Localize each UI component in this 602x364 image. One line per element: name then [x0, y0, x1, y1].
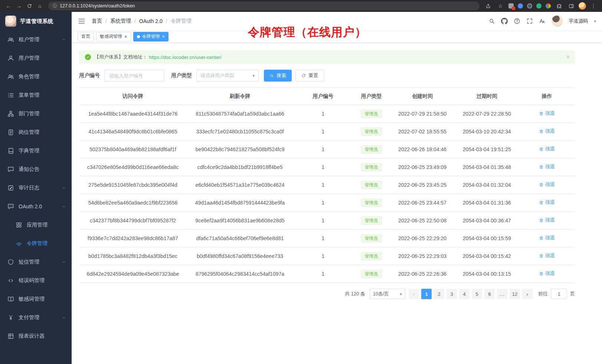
sidebar-item-user[interactable]: 用户管理: [0, 49, 72, 67]
action-cell: 强退: [519, 212, 575, 229]
tab-home[interactable]: 首页: [78, 32, 94, 42]
extension-icon-1[interactable]: [508, 3, 514, 9]
force-logout-button[interactable]: 强退: [539, 128, 555, 135]
sidebar-item-dict[interactable]: 字典管理: [0, 142, 72, 160]
force-logout-button[interactable]: 强退: [539, 235, 555, 241]
sidebar-item-tenant[interactable]: 租户管理: [0, 30, 72, 49]
sidebar-item-role[interactable]: 角色管理: [0, 67, 72, 86]
force-logout-button[interactable]: 强退: [539, 163, 555, 170]
delete-icon: [539, 236, 544, 241]
force-logout-button[interactable]: 强退: [539, 199, 555, 206]
force-logout-button[interactable]: 强退: [539, 181, 555, 188]
sidebar-item-label: 租户管理: [19, 36, 39, 43]
force-logout-button[interactable]: 强退: [539, 110, 555, 117]
user-avatar[interactable]: [552, 16, 563, 27]
force-logout-button[interactable]: 强退: [539, 270, 555, 277]
page-button-5[interactable]: 5: [472, 289, 482, 299]
breadcrumb-item[interactable]: OAuth 2.0: [139, 18, 163, 24]
user-id-cell: 1: [293, 194, 353, 212]
table-row: 1ea5e44f8bc1467aaede43144f31de76 811c530…: [79, 105, 575, 123]
page-button-6[interactable]: 6: [484, 289, 495, 299]
sidebar-item-menu[interactable]: 菜单管理: [0, 86, 72, 105]
extension-icon-3[interactable]: [526, 3, 533, 9]
oauth2-application-icon: [16, 222, 22, 228]
fullscreen-icon[interactable]: [526, 18, 533, 24]
page-size-select[interactable]: 10条/页 ▾: [370, 289, 405, 299]
user-type-cell: 管理员: [353, 265, 390, 283]
back-button[interactable]: ←: [4, 1, 13, 10]
pagination-goto-input[interactable]: [551, 289, 567, 299]
tab-close-icon[interactable]: ×: [162, 34, 165, 39]
browser-profile-avatar[interactable]: [579, 2, 586, 10]
force-logout-button[interactable]: 强退: [539, 252, 555, 259]
font-size-icon[interactable]: [539, 18, 546, 24]
next-page-button[interactable]: ›: [522, 289, 533, 299]
extension-badge: [512, 7, 515, 10]
expire-time-cell: 2054-03-04 00:15:42: [455, 247, 519, 265]
tab-close-icon[interactable]: ×: [124, 34, 127, 39]
reset-button[interactable]: 重置: [295, 70, 324, 82]
home-button[interactable]: ⌂: [35, 1, 45, 10]
page-ellipsis[interactable]: ...: [497, 289, 507, 299]
force-logout-label: 强退: [545, 252, 555, 259]
page-button-2[interactable]: 2: [434, 289, 444, 299]
extension-icon-2[interactable]: [517, 3, 524, 9]
forward-button[interactable]: →: [14, 1, 24, 10]
force-logout-button[interactable]: 强退: [539, 146, 555, 152]
sidebar-item-label: 令牌管理: [27, 240, 48, 247]
page-button-12[interactable]: 12: [510, 289, 520, 299]
sidebar-item-label: 角色管理: [19, 73, 39, 80]
page-button-1[interactable]: 1: [421, 289, 432, 299]
search-button[interactable]: 搜索: [264, 70, 292, 82]
extension-icon-5[interactable]: [545, 3, 552, 9]
sidebar-item-pay[interactable]: 支付管理: [0, 308, 72, 327]
sidebar-item-post[interactable]: 岗位管理: [0, 123, 72, 142]
sidebar-item-sms[interactable]: 短信管理: [0, 253, 72, 271]
side-panel-icon[interactable]: [566, 1, 576, 10]
notice-icon: [7, 166, 14, 173]
page-button-4[interactable]: 4: [459, 289, 470, 299]
user-type-cell: 管理员: [353, 229, 390, 247]
sidebar-item-audit-log[interactable]: 审计日志: [0, 179, 72, 197]
share-icon[interactable]: [483, 1, 493, 10]
caret-down-icon[interactable]: ▾: [594, 19, 596, 24]
pagination: 共 120 条 10条/页 ▾ ‹123456...12› 前往 页: [79, 289, 575, 299]
extensions-puzzle-icon[interactable]: [554, 1, 564, 10]
breadcrumb-item[interactable]: 系统管理: [110, 18, 131, 24]
site-info-icon[interactable]: ⓘ: [53, 3, 57, 9]
force-logout-button[interactable]: 强退: [539, 217, 555, 224]
table-row: f9336e7c7dd242a283ee98dc86b17a87 dfa6c71…: [79, 229, 575, 247]
browser-menu-icon[interactable]: ⋮: [589, 1, 598, 10]
user-name[interactable]: 芋道源码: [569, 18, 588, 24]
sidebar-item-oauth2-token[interactable]: 令牌管理: [0, 234, 72, 253]
tab-sensitive-word[interactable]: 敏感词管理 ×: [96, 32, 131, 42]
sidebar-item-notice[interactable]: 通知公告: [0, 160, 72, 179]
user-type-select[interactable]: 请选择用户类型 ▾: [196, 70, 259, 82]
help-icon[interactable]: [514, 18, 520, 24]
sidebar-item-report-designer[interactable]: 报表设计器: [0, 327, 72, 345]
app-logo[interactable]: 芋道管理系统: [0, 12, 72, 30]
access-token-cell: 502375b8040a469a9b82188afdf6af1f: [79, 140, 187, 158]
reload-button[interactable]: [24, 1, 34, 10]
bookmark-star-icon[interactable]: ☆: [495, 1, 505, 10]
page-button-3[interactable]: 3: [446, 289, 457, 299]
extension-icon-4[interactable]: [536, 3, 542, 9]
sidebar-item-dept[interactable]: 部门管理: [0, 105, 72, 123]
alert-close-icon[interactable]: ×: [566, 54, 570, 60]
oauth2-icon: [7, 203, 14, 210]
delete-icon: [539, 200, 544, 205]
user-id-input[interactable]: [104, 70, 164, 82]
prev-page-button[interactable]: ‹: [409, 289, 419, 299]
breadcrumb-item[interactable]: 首页: [92, 18, 102, 24]
address-bar[interactable]: ⓘ 127.0.0.1:1024/system/oauth2/token: [48, 1, 480, 10]
sidebar-item-oauth2[interactable]: OAuth 2.0: [0, 197, 72, 216]
tab-oauth2-token[interactable]: 令牌管理 ×: [133, 32, 169, 42]
sidebar-item-oauth2-application[interactable]: 应用管理: [0, 216, 72, 234]
github-icon[interactable]: [501, 18, 508, 24]
sidebar-item-sensitive-word[interactable]: 敏感词管理: [0, 290, 72, 308]
collapse-menu-icon[interactable]: [78, 17, 86, 25]
alert-doc-link[interactable]: https://doc.iocoder.cn/user-center/: [149, 54, 222, 60]
sidebar-item-error-code[interactable]: 错误码管理: [0, 271, 72, 290]
search-icon[interactable]: [488, 18, 495, 24]
column-header: 访问令牌: [79, 88, 187, 105]
